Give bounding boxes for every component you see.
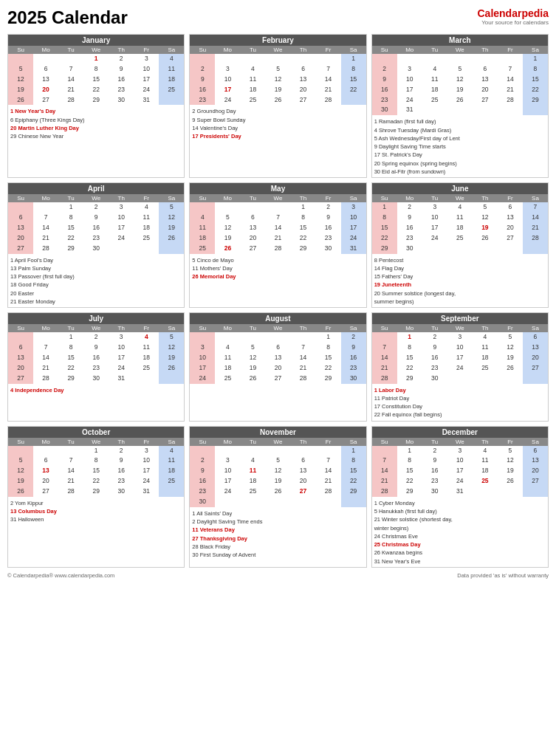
- note-item: 1 New Year's Day: [10, 107, 182, 115]
- note-item: 1 Ramadan (first full day): [374, 117, 546, 126]
- calendar-day: [215, 202, 240, 213]
- day-header: Tu: [240, 324, 265, 332]
- day-header: Fr: [316, 438, 341, 446]
- note-item: 30 First Sunday of Advent: [192, 551, 363, 559]
- calendar-day: 8: [291, 213, 316, 223]
- day-header: Tu: [422, 438, 447, 446]
- calendar-day: 4: [473, 332, 498, 343]
- note-item: 5 Ash Wednesday/First day of Lent: [374, 134, 546, 142]
- month-april: AprilSuMoTuWeThFrSa123456789101112131415…: [7, 182, 185, 308]
- calendar-day: [8, 54, 33, 64]
- month-notes: 1 Labor Day11 Patriot Day17 Constitution…: [372, 384, 548, 421]
- month-header: October: [8, 427, 184, 438]
- calendar-day: 10: [215, 75, 240, 85]
- calendar-day: [422, 54, 447, 64]
- day-header: Fr: [316, 194, 341, 202]
- calendar-day: 30: [341, 374, 366, 384]
- calendar-day: 9: [372, 75, 397, 85]
- note-item: 18 Good Friday: [10, 281, 182, 289]
- day-header: Tu: [422, 194, 447, 202]
- calendar-day: 18: [159, 75, 184, 85]
- calendar-day: 2: [109, 446, 134, 456]
- calendar-day: 14: [265, 223, 290, 233]
- month-notes: 1 New Year's Day6 Epiphany (Three Kings …: [8, 105, 184, 142]
- brand-calendar: Calendar: [478, 7, 522, 19]
- calendar-day: [473, 244, 498, 254]
- day-header: Su: [190, 194, 215, 202]
- note-item: summer begins): [374, 298, 546, 306]
- calendar-day: 29: [341, 487, 366, 497]
- calendar-day: 29: [291, 244, 316, 254]
- calendar-day: 25: [215, 374, 240, 384]
- note-item: 4 Shrove Tuesday (Mardi Gras): [374, 126, 546, 134]
- day-header: Sa: [341, 194, 366, 202]
- calendar-day: 16: [397, 223, 422, 233]
- calendar-day: 25: [134, 233, 159, 244]
- note-item: 11 Patriot Day: [374, 394, 546, 402]
- calendar-day: 5: [265, 64, 290, 75]
- calendar-day: 12: [265, 75, 290, 85]
- calendar-day: 11: [473, 343, 498, 353]
- calendar-day: 12: [447, 75, 473, 85]
- calendar-day: [265, 54, 290, 64]
- day-header: Tu: [422, 46, 447, 54]
- calendar-day: [422, 244, 447, 254]
- calendar-day: 29: [58, 244, 83, 254]
- day-header: Su: [8, 194, 33, 202]
- calendar-day: 27: [291, 95, 316, 106]
- day-header: Fr: [498, 438, 523, 446]
- day-header: We: [265, 194, 290, 202]
- note-item: 19 Juneteenth: [374, 281, 546, 289]
- day-header: Th: [291, 46, 316, 54]
- calendar-day: 23: [190, 487, 215, 497]
- calendar-day: 29: [397, 374, 422, 384]
- calendar-day: 19: [473, 223, 498, 233]
- calendar-day: 6: [33, 456, 58, 466]
- calendar-day: 22: [316, 363, 341, 374]
- calendar-day: [33, 202, 58, 213]
- note-item: 29 Chinese New Year: [10, 132, 182, 140]
- calendar-day: 7: [58, 456, 83, 466]
- note-item: 5 Cinco de Mayo: [192, 256, 363, 264]
- calendar-day: 27: [240, 244, 265, 254]
- calendar-day: 8: [83, 64, 109, 75]
- calendar-day: 13: [240, 223, 265, 233]
- month-notes: 4 Independence Day: [8, 384, 184, 396]
- calendar-day: [134, 374, 159, 384]
- calendar-day: 23: [397, 233, 422, 244]
- page-footer: © Calendarpedia® www.calendarpedia.com D…: [7, 572, 549, 579]
- calendar-day: [134, 244, 159, 254]
- calendar-day: 6: [523, 446, 548, 456]
- calendar-day: 18: [447, 223, 473, 233]
- calendar-day: 4: [190, 213, 215, 223]
- calendar-day: 11: [159, 64, 184, 75]
- note-item: 11 Mothers' Day: [192, 264, 363, 272]
- day-header: Su: [372, 324, 397, 332]
- note-item: 26 Memorial Day: [192, 272, 363, 281]
- calendar-day: 3: [109, 332, 134, 343]
- calendar-day: 9: [341, 343, 366, 353]
- calendar-day: 16: [372, 85, 397, 95]
- calendar-day: [215, 54, 240, 64]
- month-header: February: [190, 35, 365, 46]
- calendar-day: 27: [33, 95, 58, 106]
- calendar-day: 25: [447, 233, 473, 244]
- day-header: Fr: [134, 194, 159, 202]
- calendar-day: [498, 105, 523, 115]
- calendar-day: 28: [372, 487, 397, 497]
- note-item: winter begins): [374, 524, 546, 532]
- calendar-day: 20: [8, 233, 33, 244]
- calendar-day: 31: [134, 95, 159, 106]
- calendar-day: 2: [341, 332, 366, 343]
- calendar-day: [190, 332, 215, 343]
- month-header: July: [8, 313, 184, 324]
- calendar-day: 28: [33, 374, 58, 384]
- calendar-day: 14: [58, 75, 83, 85]
- day-header: Sa: [523, 438, 548, 446]
- calendar-day: [109, 244, 134, 254]
- calendar-day: 25: [473, 363, 498, 374]
- month-october: OctoberSuMoTuWeThFrSa1234567891011121314…: [7, 426, 185, 568]
- calendar-day: 9: [190, 466, 215, 476]
- calendar-day: 1: [83, 54, 109, 64]
- calendar-day: 6: [8, 213, 33, 223]
